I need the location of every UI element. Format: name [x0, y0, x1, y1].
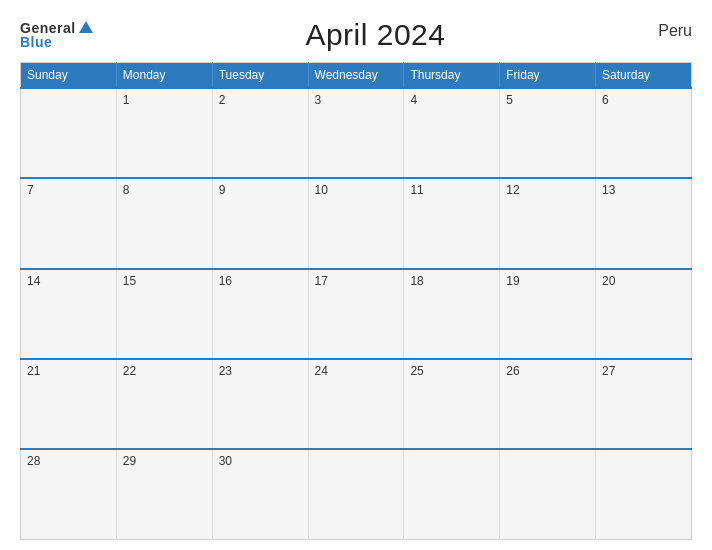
day-number: 26	[506, 364, 519, 378]
calendar-week-row: 78910111213	[21, 178, 692, 268]
col-friday: Friday	[500, 63, 596, 89]
day-number: 6	[602, 93, 609, 107]
calendar-day-cell: 24	[308, 359, 404, 449]
day-number: 27	[602, 364, 615, 378]
day-number: 13	[602, 183, 615, 197]
day-number: 29	[123, 454, 136, 468]
calendar-week-row: 123456	[21, 88, 692, 178]
logo: General Blue	[20, 21, 93, 49]
calendar-day-cell: 12	[500, 178, 596, 268]
calendar-day-cell: 29	[116, 449, 212, 539]
calendar-day-cell	[404, 449, 500, 539]
calendar-day-cell: 1	[116, 88, 212, 178]
calendar-day-cell: 6	[596, 88, 692, 178]
calendar-day-cell: 13	[596, 178, 692, 268]
col-saturday: Saturday	[596, 63, 692, 89]
calendar-day-cell: 21	[21, 359, 117, 449]
calendar-day-cell: 8	[116, 178, 212, 268]
page: General Blue April 2024 Peru Sunday Mond…	[0, 0, 712, 550]
calendar-day-cell	[308, 449, 404, 539]
calendar-day-cell: 26	[500, 359, 596, 449]
calendar-day-cell: 14	[21, 269, 117, 359]
day-number: 12	[506, 183, 519, 197]
day-number: 17	[315, 274, 328, 288]
calendar-day-cell: 7	[21, 178, 117, 268]
col-tuesday: Tuesday	[212, 63, 308, 89]
calendar-day-cell: 27	[596, 359, 692, 449]
day-number: 7	[27, 183, 34, 197]
weekday-header-row: Sunday Monday Tuesday Wednesday Thursday…	[21, 63, 692, 89]
day-number: 1	[123, 93, 130, 107]
country-label: Peru	[658, 18, 692, 40]
calendar-day-cell: 16	[212, 269, 308, 359]
day-number: 4	[410, 93, 417, 107]
day-number: 9	[219, 183, 226, 197]
day-number: 2	[219, 93, 226, 107]
calendar-week-row: 14151617181920	[21, 269, 692, 359]
calendar-table: Sunday Monday Tuesday Wednesday Thursday…	[20, 62, 692, 540]
day-number: 21	[27, 364, 40, 378]
calendar-day-cell: 28	[21, 449, 117, 539]
calendar-day-cell: 2	[212, 88, 308, 178]
header: General Blue April 2024 Peru	[20, 18, 692, 52]
calendar-day-cell: 19	[500, 269, 596, 359]
day-number: 25	[410, 364, 423, 378]
day-number: 15	[123, 274, 136, 288]
day-number: 14	[27, 274, 40, 288]
calendar-day-cell: 3	[308, 88, 404, 178]
calendar-day-cell	[21, 88, 117, 178]
day-number: 3	[315, 93, 322, 107]
day-number: 5	[506, 93, 513, 107]
day-number: 16	[219, 274, 232, 288]
day-number: 10	[315, 183, 328, 197]
col-monday: Monday	[116, 63, 212, 89]
calendar-week-row: 282930	[21, 449, 692, 539]
day-number: 23	[219, 364, 232, 378]
calendar-day-cell: 17	[308, 269, 404, 359]
calendar-day-cell: 15	[116, 269, 212, 359]
day-number: 30	[219, 454, 232, 468]
logo-blue-text: Blue	[20, 35, 93, 49]
calendar-day-cell: 20	[596, 269, 692, 359]
calendar-day-cell	[500, 449, 596, 539]
calendar-day-cell: 18	[404, 269, 500, 359]
day-number: 18	[410, 274, 423, 288]
page-title: April 2024	[305, 18, 445, 52]
calendar-day-cell: 30	[212, 449, 308, 539]
col-wednesday: Wednesday	[308, 63, 404, 89]
day-number: 22	[123, 364, 136, 378]
day-number: 20	[602, 274, 615, 288]
calendar-day-cell: 22	[116, 359, 212, 449]
calendar-day-cell: 25	[404, 359, 500, 449]
calendar-day-cell: 4	[404, 88, 500, 178]
calendar-day-cell: 11	[404, 178, 500, 268]
calendar-day-cell: 9	[212, 178, 308, 268]
col-sunday: Sunday	[21, 63, 117, 89]
day-number: 24	[315, 364, 328, 378]
logo-triangle-icon	[79, 21, 93, 33]
day-number: 11	[410, 183, 423, 197]
calendar-day-cell: 10	[308, 178, 404, 268]
logo-general-text: General	[20, 21, 93, 35]
day-number: 28	[27, 454, 40, 468]
calendar-day-cell: 23	[212, 359, 308, 449]
calendar-week-row: 21222324252627	[21, 359, 692, 449]
day-number: 19	[506, 274, 519, 288]
col-thursday: Thursday	[404, 63, 500, 89]
calendar-day-cell	[596, 449, 692, 539]
calendar-day-cell: 5	[500, 88, 596, 178]
day-number: 8	[123, 183, 130, 197]
